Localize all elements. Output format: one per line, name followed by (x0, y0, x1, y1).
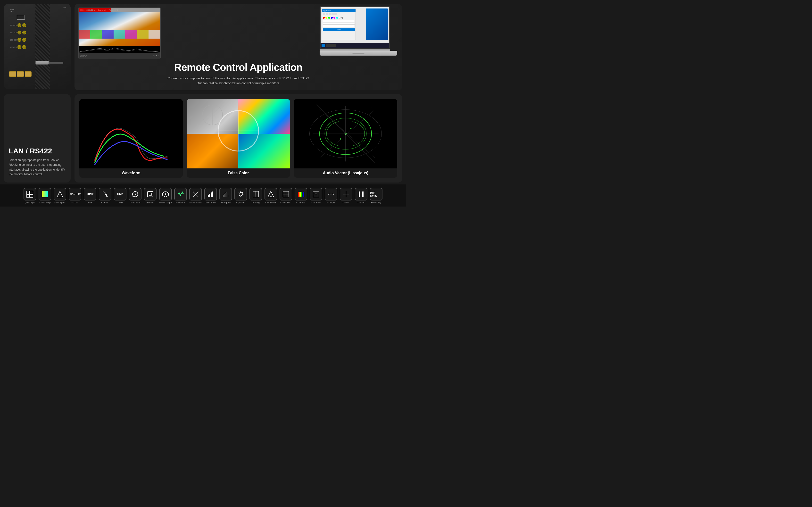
fc-tr (238, 99, 290, 134)
icon-marker[interactable]: Marker (340, 188, 352, 204)
color-bar-icon-box[interactable] (295, 188, 307, 201)
level-meter-icon-box[interactable] (204, 188, 217, 201)
start-btn (322, 44, 325, 47)
svg-rect-26 (149, 193, 152, 195)
svg-rect-16 (30, 191, 33, 194)
icon-freeze[interactable]: Freeze (355, 188, 367, 204)
icon-remote[interactable]: Remote (144, 188, 157, 204)
pix-to-pix-label: Pix to pix (327, 202, 335, 204)
icon-check-field[interactable]: Check field (280, 188, 292, 204)
monitor-footer: LILLIPUT ◀ ▶ ■ ● (79, 53, 160, 58)
gamma-icon-box[interactable] (99, 188, 111, 201)
input-2 (323, 22, 355, 24)
monitor-thumbnail: SDI 1 1000x25Hz Camera 1 Temp: 49°C (78, 7, 161, 58)
false-color-svg-icon (267, 190, 275, 198)
pixel-zoom-icon-box[interactable] (310, 188, 322, 201)
icon-umd[interactable]: UMD UMD (114, 188, 126, 204)
sdi-connector-4a (17, 45, 21, 49)
app-title-bar: Application (322, 9, 355, 12)
svg-rect-33 (211, 192, 212, 197)
icon-color-space[interactable]: Color Space (54, 188, 66, 204)
audio-vector-image (294, 99, 397, 168)
cp-cyan (114, 30, 125, 39)
quad-split-icon-box[interactable] (23, 188, 36, 201)
check-field-icon-box[interactable] (280, 188, 292, 201)
cp-blue (102, 30, 114, 39)
icon-time-code[interactable]: 00:00:00 Time code (129, 188, 141, 204)
laptop-taskbar (321, 43, 389, 48)
laptop-display: Application (320, 6, 397, 60)
svg-marker-71 (328, 193, 329, 195)
icon-false-color[interactable]: False color (265, 188, 277, 204)
sdi-row-2: 12G-SDI (10, 31, 26, 35)
top-section: HDMI OUT SFP 12G-SDI 12G-SDI (0, 0, 406, 92)
histogram-label: Histogram (221, 202, 231, 204)
app-button[interactable]: Apply (323, 29, 355, 31)
false-color-display (187, 99, 290, 168)
lan-description: Select an appropriate port from LAN or R… (9, 158, 66, 177)
marker-icon-box[interactable] (340, 188, 352, 201)
remote-icon-box[interactable] (144, 188, 157, 201)
dot-yellow (326, 17, 327, 19)
tool-3 (329, 13, 331, 15)
hv-delay-icon-box[interactable]: H/V Delay (370, 188, 383, 201)
audio-vector-icon-box[interactable] (189, 188, 202, 201)
dot-blue (331, 17, 333, 19)
waveform-display (79, 99, 183, 168)
svg-rect-38 (226, 192, 226, 197)
audio-vector-label: Audio Vector (Lissajous) (294, 168, 397, 178)
false-color-icon-box[interactable] (265, 188, 277, 201)
icon-waveform[interactable]: Waveform (174, 188, 187, 204)
svg-rect-74 (359, 191, 360, 197)
icons-row: Quad-Split Color Temp (23, 188, 382, 204)
sdi-row-1: 12G-SDI (10, 23, 26, 27)
color-space-icon-box[interactable] (54, 188, 66, 201)
time-code-icon-box[interactable]: 00:00:00 (129, 188, 141, 201)
hdr-icon-box[interactable]: HDR (84, 188, 96, 201)
app-icon (326, 44, 336, 47)
icon-gamma[interactable]: Gamma (99, 188, 111, 204)
3d-lut-icon: 3D-LUT (69, 192, 80, 196)
icon-3d-lut[interactable]: 3D-LUT 3D-LUT (69, 188, 81, 204)
freeze-icon-box[interactable] (355, 188, 367, 201)
icon-pix-to-pix[interactable]: Pix to pix (325, 188, 337, 204)
pix-to-pix-icon-box[interactable] (325, 188, 337, 201)
sdi-connector-1b (22, 23, 26, 27)
vector-scope-icon-box[interactable] (159, 188, 172, 201)
umd-icon-box[interactable]: UMD (114, 188, 126, 201)
icon-hv-delay[interactable]: H/V Delay H/V Delay (370, 188, 383, 204)
color-temp-icon-box[interactable] (39, 188, 51, 201)
umd-label: UMD (118, 202, 123, 204)
freeze-icon (357, 190, 365, 198)
icon-peaking[interactable]: Peaking (249, 188, 262, 204)
color-bar-label: Color bar (296, 202, 305, 204)
icon-pixel-zoom[interactable]: Pixel zoom (310, 188, 322, 204)
icon-level-meter[interactable]: Level meter (204, 188, 217, 204)
histogram-icon-box[interactable] (219, 188, 232, 201)
icon-exposure[interactable]: Exposure (234, 188, 247, 204)
exposure-icon-box[interactable] (234, 188, 247, 201)
monitor-main-display (79, 12, 160, 46)
icon-vector-scope[interactable]: Vector scope (159, 188, 172, 204)
monitor-waveform (79, 46, 160, 53)
lan-wire (49, 62, 63, 64)
svg-rect-25 (148, 191, 153, 197)
icon-hdr[interactable]: HDR HDR (84, 188, 96, 204)
svg-rect-75 (362, 191, 363, 197)
svg-point-41 (239, 192, 242, 196)
icon-histogram[interactable]: Histogram (219, 188, 232, 204)
sdi-connector-3a (17, 38, 21, 42)
sdi-connector-2a (17, 31, 21, 35)
icon-quad-split[interactable]: Quad-Split (23, 188, 36, 204)
peaking-icon-box[interactable] (249, 188, 262, 201)
waveform-icon-box[interactable] (174, 188, 187, 201)
icon-audio-vector[interactable]: Audio Vector (189, 188, 202, 204)
3d-lut-icon-box[interactable]: 3D-LUT (69, 188, 81, 201)
icon-color-bar[interactable]: Color bar (295, 188, 307, 204)
icon-color-temp[interactable]: Color Temp (39, 188, 51, 204)
app-window-title: Application (323, 10, 331, 11)
svg-line-47 (242, 196, 243, 196)
audio-vector-display (294, 99, 397, 168)
svg-line-48 (242, 192, 243, 193)
pixel-zoom-label: Pixel zoom (311, 202, 321, 204)
